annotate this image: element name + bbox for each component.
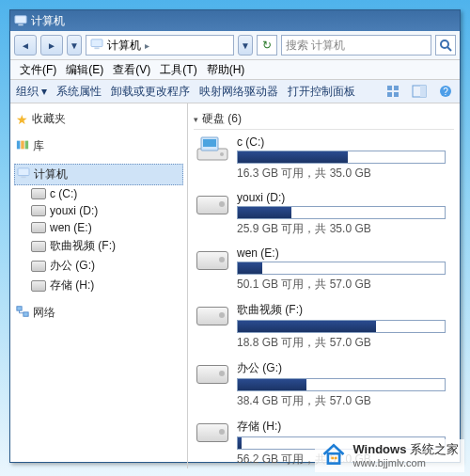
explorer-window: 计算机 ◄ ► ▼ 计算机 ▸ ▼ ↻ 搜索 计算机 文件(F)	[9, 9, 461, 463]
libraries-icon	[16, 138, 29, 154]
network-label: 网络	[33, 305, 55, 321]
svg-rect-27	[335, 457, 337, 460]
menu-tools[interactable]: 工具(T)	[156, 60, 200, 80]
computer-icon	[17, 167, 30, 182]
collapse-icon: ▾	[194, 115, 198, 124]
refresh-button[interactable]: ↻	[257, 35, 277, 56]
drive-icon	[31, 261, 46, 272]
favorites-group[interactable]: ★ 收藏夹	[14, 109, 183, 129]
sidebar-drive-item[interactable]: c (C:)	[29, 185, 183, 202]
watermark-brand: Windows	[352, 442, 406, 456]
svg-rect-23	[203, 139, 216, 147]
drive-capacity-text: 50.1 GB 可用，共 57.0 GB	[237, 277, 454, 293]
svg-rect-11	[420, 86, 426, 97]
svg-rect-7	[394, 86, 399, 90]
sidebar-drive-item[interactable]: youxi (D:)	[29, 202, 183, 219]
section-hard-disks[interactable]: ▾ 硬盘 (6)	[194, 111, 454, 130]
libraries-label: 库	[33, 138, 44, 154]
nav-history-button[interactable]: ▼	[67, 35, 82, 56]
drive-capacity-text: 18.8 GB 可用，共 57.0 GB	[237, 335, 454, 351]
sidebar-drive-item[interactable]: 办公 (G:)	[29, 256, 183, 276]
capacity-bar	[237, 320, 446, 333]
sidebar-drive-item[interactable]: 歌曲视频 (F:)	[29, 236, 183, 256]
drive-item[interactable]: youxi (D:)25.9 GB 可用，共 35.0 GB	[196, 191, 454, 237]
svg-rect-8	[387, 92, 392, 97]
menu-help[interactable]: 帮助(H)	[203, 60, 249, 80]
computer-label: 计算机	[34, 167, 68, 182]
watermark-suffix: 系统之家	[410, 442, 459, 456]
drive-item[interactable]: c (C:)16.3 GB 可用，共 35.0 GB	[196, 135, 454, 182]
capacity-bar	[237, 378, 446, 391]
watermark-url: www.bjjmlv.com	[352, 456, 459, 469]
drive-icon	[31, 222, 46, 233]
map-drive-button[interactable]: 映射网络驱动器	[199, 84, 278, 100]
uninstall-button[interactable]: 卸载或更改程序	[111, 84, 190, 100]
svg-rect-20	[24, 312, 28, 316]
drive-icon	[31, 241, 46, 252]
window-titlebar[interactable]: 计算机	[10, 10, 460, 31]
computer-icon	[14, 14, 27, 27]
svg-rect-19	[17, 307, 22, 310]
svg-rect-14	[17, 141, 21, 150]
svg-rect-17	[18, 168, 29, 176]
svg-point-4	[441, 40, 448, 48]
drive-label: 办公 (G:)	[50, 258, 95, 274]
svg-rect-6	[387, 86, 392, 90]
svg-rect-9	[394, 92, 399, 97]
libraries-group[interactable]: 库	[14, 136, 183, 156]
hard-drive-icon	[196, 360, 229, 389]
hard-drive-icon	[196, 302, 229, 330]
chevron-right-icon[interactable]: ▸	[145, 40, 149, 51]
svg-rect-2	[91, 39, 102, 46]
network-icon	[16, 305, 29, 321]
svg-rect-26	[332, 457, 335, 460]
address-bar: ◄ ► ▼ 计算机 ▸ ▼ ↻ 搜索 计算机	[10, 31, 460, 60]
drive-item[interactable]: 办公 (G:)38.4 GB 可用，共 57.0 GB	[196, 360, 454, 409]
svg-rect-0	[15, 16, 26, 24]
hard-drive-icon	[196, 246, 229, 275]
address-dropdown-button[interactable]: ▼	[238, 35, 253, 56]
svg-line-5	[447, 47, 451, 51]
house-logo-icon	[321, 441, 347, 470]
computer-group[interactable]: 计算机	[14, 164, 183, 185]
svg-rect-18	[21, 176, 25, 178]
drive-name: wen (E:)	[237, 246, 454, 260]
menu-view[interactable]: 查看(V)	[109, 60, 154, 80]
search-button[interactable]	[435, 35, 456, 56]
drive-label: 歌曲视频 (F:)	[50, 238, 116, 254]
drive-label: youxi (D:)	[50, 204, 98, 217]
drive-item[interactable]: 歌曲视频 (F:)18.8 GB 可用，共 57.0 GB	[196, 302, 454, 351]
search-input[interactable]: 搜索 计算机	[281, 35, 431, 56]
breadcrumb[interactable]: 计算机 ▸	[86, 35, 234, 56]
nav-back-button[interactable]: ◄	[14, 35, 37, 56]
preview-pane-button[interactable]	[411, 83, 428, 100]
drive-name: 办公 (G:)	[237, 360, 454, 376]
nav-forward-button[interactable]: ►	[40, 35, 63, 56]
organize-button[interactable]: 组织 ▾	[16, 84, 47, 100]
drive-capacity-text: 38.4 GB 可用，共 57.0 GB	[237, 393, 454, 409]
svg-rect-3	[94, 47, 99, 49]
window-title: 计算机	[31, 13, 65, 29]
help-button[interactable]: ?	[437, 83, 454, 100]
svg-rect-16	[25, 141, 29, 150]
content-pane: ▾ 硬盘 (6) c (C:)16.3 GB 可用，共 35.0 GByouxi…	[188, 103, 460, 468]
control-panel-button[interactable]: 打开控制面板	[288, 84, 355, 100]
drive-capacity-text: 25.9 GB 可用，共 35.0 GB	[237, 221, 454, 237]
network-group[interactable]: 网络	[14, 303, 183, 323]
capacity-bar	[237, 206, 446, 219]
drive-item[interactable]: wen (E:)50.1 GB 可用，共 57.0 GB	[196, 246, 454, 293]
computer-icon	[90, 39, 103, 53]
system-properties-button[interactable]: 系统属性	[56, 84, 102, 100]
capacity-bar	[237, 151, 446, 164]
watermark: Windows 系统之家 www.bjjmlv.com	[315, 439, 464, 472]
svg-point-24	[220, 152, 224, 156]
menu-file[interactable]: 文件(F)	[16, 60, 60, 80]
sidebar-drive-item[interactable]: 存储 (H:)	[29, 276, 183, 295]
drive-name: youxi (D:)	[237, 191, 454, 204]
menu-edit[interactable]: 编辑(E)	[62, 60, 107, 80]
svg-text:?: ?	[443, 87, 448, 97]
star-icon: ★	[16, 112, 28, 127]
view-options-button[interactable]	[384, 83, 401, 100]
drive-icon	[31, 188, 46, 199]
sidebar-drive-item[interactable]: wen (E:)	[29, 219, 183, 236]
